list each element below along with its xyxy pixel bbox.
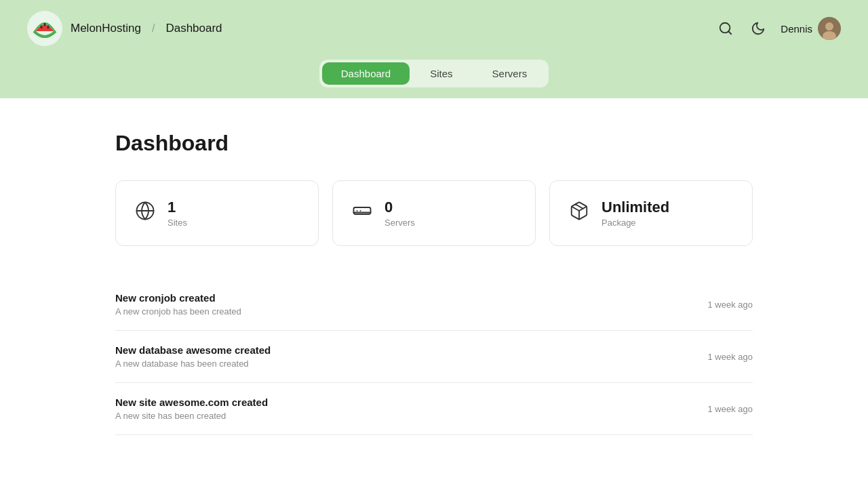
sites-count: 1 (167, 199, 187, 216)
logo-icon (27, 11, 62, 46)
sites-label: Sites (167, 218, 187, 228)
stat-card-sites: 1 Sites (115, 180, 319, 246)
globe-icon (135, 201, 155, 226)
activity-description: A new database has been created (115, 359, 271, 369)
nav-right: Dennis (715, 17, 841, 40)
activity-title: New cronjob created (115, 292, 241, 304)
servers-label: Servers (384, 218, 415, 228)
stats-row: 1 Sites 0 Servers (115, 180, 753, 246)
user-menu[interactable]: Dennis (781, 17, 841, 40)
svg-line-5 (729, 31, 732, 34)
activity-description: A new cronjob has been created (115, 306, 241, 317)
package-label: Package (601, 218, 669, 228)
tab-bar: Dashboard Sites Servers (27, 60, 841, 98)
stat-info-package: Unlimited Package (601, 199, 669, 228)
server-icon (352, 201, 372, 226)
activity-item: New site awesome.com created A new site … (115, 383, 753, 435)
stat-info-servers: 0 Servers (384, 199, 415, 228)
tab-container: Dashboard Sites Servers (319, 60, 549, 87)
svg-point-7 (825, 22, 833, 30)
activity-left: New site awesome.com created A new site … (115, 396, 268, 421)
search-icon (718, 21, 733, 36)
stat-info-sites: 1 Sites (167, 199, 187, 228)
avatar-image (818, 17, 841, 40)
activity-title: New site awesome.com created (115, 396, 268, 408)
activity-left: New database awesome created A new datab… (115, 344, 271, 369)
stat-card-package: Unlimited Package (549, 180, 753, 246)
activity-description: A new site has been created (115, 411, 268, 421)
activity-time: 1 week ago (708, 300, 753, 310)
top-navigation: MelonHosting / Dashboard Dennis (0, 0, 868, 98)
user-name: Dennis (781, 23, 812, 35)
activity-time: 1 week ago (708, 352, 753, 362)
nav-current-page: Dashboard (165, 22, 222, 35)
brand-name: MelonHosting (71, 22, 141, 35)
moon-icon (751, 21, 766, 36)
package-value: Unlimited (601, 199, 669, 216)
avatar (818, 17, 841, 40)
activity-item: New database awesome created A new datab… (115, 331, 753, 383)
nav-top-row: MelonHosting / Dashboard Dennis (27, 0, 841, 46)
activity-left: New cronjob created A new cronjob has be… (115, 292, 241, 317)
activity-time: 1 week ago (708, 404, 753, 414)
search-button[interactable] (715, 18, 736, 39)
stat-card-servers: 0 Servers (332, 180, 536, 246)
activity-item: New cronjob created A new cronjob has be… (115, 279, 753, 331)
main-content: Dashboard 1 Sites (102, 98, 766, 462)
nav-separator: / (152, 22, 155, 35)
servers-count: 0 (384, 199, 415, 216)
svg-rect-11 (354, 207, 371, 214)
activity-title: New database awesome created (115, 344, 271, 356)
activity-list: New cronjob created A new cronjob has be… (115, 279, 753, 435)
tab-dashboard[interactable]: Dashboard (322, 62, 410, 85)
page-title: Dashboard (115, 131, 753, 156)
tab-servers[interactable]: Servers (473, 62, 547, 85)
dark-mode-button[interactable] (748, 18, 768, 39)
tab-sites[interactable]: Sites (411, 62, 471, 85)
package-icon (569, 201, 589, 226)
nav-left: MelonHosting / Dashboard (27, 11, 222, 46)
svg-point-2 (44, 23, 46, 26)
